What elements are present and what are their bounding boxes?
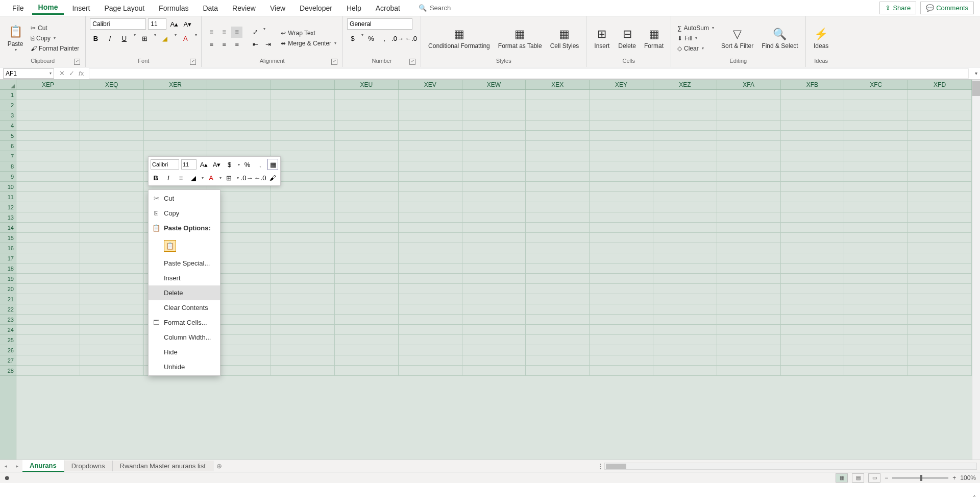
decrease-decimal-button[interactable]: ←.0 [405,33,416,44]
cell[interactable] [526,90,590,100]
cell[interactable] [908,121,972,131]
cell[interactable] [590,212,653,223]
align-right-button[interactable]: ≡ [231,39,242,50]
cell[interactable] [462,304,526,315]
cell[interactable] [653,182,717,192]
cell[interactable] [590,192,653,202]
row-header[interactable]: 12 [0,202,16,212]
record-macro-icon[interactable]: ⏺ [4,474,10,482]
cell[interactable] [781,182,845,192]
cell[interactable] [908,243,972,253]
cell[interactable] [16,121,80,131]
cell[interactable] [653,233,717,243]
cell[interactable] [908,263,972,274]
cell[interactable] [908,304,972,315]
cell[interactable] [526,304,590,315]
cell[interactable] [80,151,144,161]
cell[interactable] [335,315,399,325]
cell[interactable] [844,304,908,315]
cell[interactable] [80,345,144,355]
cell[interactable] [271,100,335,110]
cell[interactable] [653,202,717,212]
cell[interactable] [590,304,653,315]
cell[interactable] [462,141,526,151]
cell[interactable] [590,151,653,161]
tab-file[interactable]: File [6,2,30,14]
cell[interactable] [462,253,526,263]
sort-filter-button[interactable]: ▽Sort & Filter [718,25,756,51]
cell[interactable] [653,212,717,223]
cell[interactable] [399,223,462,233]
cell[interactable] [717,110,781,121]
comments-button[interactable]: 💬Comments [920,2,974,14]
cell[interactable] [590,294,653,304]
cell[interactable] [844,141,908,151]
cell[interactable] [908,161,972,172]
mini-comma[interactable]: , [255,159,265,170]
mini-decrease-font[interactable]: A▾ [211,159,222,170]
share-button[interactable]: ⇪Share [879,2,916,14]
tab-acrobat[interactable]: Acrobat [370,2,406,14]
cell[interactable] [462,223,526,233]
cell[interactable] [271,294,335,304]
cell[interactable] [590,315,653,325]
cell[interactable] [844,121,908,131]
fill-color-button[interactable]: ◢ [159,33,170,44]
cell[interactable] [653,335,717,345]
cell[interactable] [16,223,80,233]
cell[interactable] [908,345,972,355]
cell[interactable] [781,233,845,243]
number-format-select[interactable] [347,18,412,30]
row-header[interactable]: 14 [0,223,16,233]
cell[interactable] [462,243,526,253]
cell[interactable] [526,355,590,366]
cell[interactable] [271,263,335,274]
cell[interactable] [653,223,717,233]
cell[interactable] [207,90,271,100]
cell[interactable] [399,233,462,243]
cell[interactable] [526,141,590,151]
cell[interactable] [80,335,144,345]
cell[interactable] [335,110,399,121]
ideas-button[interactable]: ⚡Ideas [810,25,832,51]
sheet-tab-anurans[interactable]: Anurans [22,460,64,472]
ctx-clear-contents[interactable]: Clear Contents [149,300,220,315]
mini-dec-decimal[interactable]: ←.0 [254,172,265,183]
cell[interactable] [781,100,845,110]
cell[interactable] [908,223,972,233]
cell[interactable] [462,110,526,121]
align-middle-button[interactable]: ≡ [218,27,230,38]
column-header[interactable] [207,80,271,89]
cell[interactable] [526,192,590,202]
tab-developer[interactable]: Developer [293,2,338,14]
cell[interactable] [590,284,653,294]
cell[interactable] [399,100,462,110]
cell[interactable] [399,161,462,172]
mini-condfmt[interactable]: ▦ [267,159,278,170]
cell[interactable] [526,366,590,376]
cell[interactable] [16,304,80,315]
cell[interactable] [399,284,462,294]
cell[interactable] [399,274,462,284]
cell[interactable] [653,274,717,284]
cell[interactable] [653,100,717,110]
cell[interactable] [653,110,717,121]
row-header[interactable]: 16 [0,243,16,253]
cell[interactable] [271,355,335,366]
zoom-slider[interactable] [892,477,948,479]
row-header[interactable]: 24 [0,325,16,335]
cell[interactable] [526,100,590,110]
row-header[interactable]: 8 [0,161,16,172]
mini-bold[interactable]: B [151,172,161,183]
cell[interactable] [16,335,80,345]
cell[interactable] [781,355,845,366]
cell[interactable] [335,345,399,355]
normal-view-button[interactable]: ▦ [836,473,848,483]
cell[interactable] [399,90,462,100]
cell[interactable] [844,100,908,110]
cell[interactable] [717,100,781,110]
cell[interactable] [781,161,845,172]
format-as-table-button[interactable]: ▦Format as Table [495,25,545,51]
cell[interactable] [844,253,908,263]
cell[interactable] [335,161,399,172]
